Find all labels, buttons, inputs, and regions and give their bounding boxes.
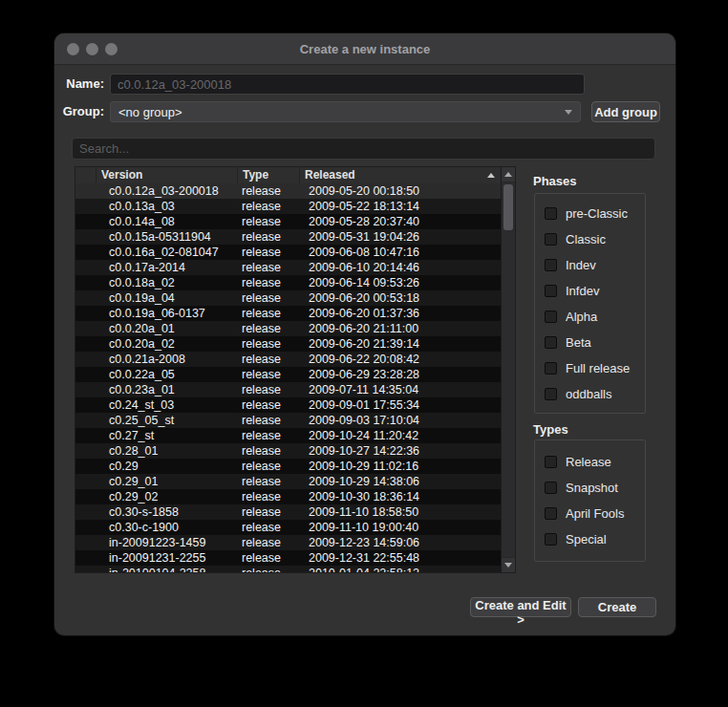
table-row[interactable]: c0.28_01release2009-10-27 14:22:36 <box>75 443 501 459</box>
checkbox-unchecked-icon[interactable] <box>545 311 557 323</box>
table-row[interactable]: c0.29_01release2009-10-29 14:38:06 <box>75 474 501 489</box>
phases-option-full-release[interactable]: Full release <box>535 355 645 381</box>
phases-option-beta[interactable]: Beta <box>535 330 645 355</box>
sort-ascending-icon <box>487 173 495 178</box>
scroll-up-button[interactable] <box>502 167 515 182</box>
create-button[interactable]: Create <box>578 597 656 617</box>
table-row[interactable]: c0.25_05_strelease2009-09-03 17:10:04 <box>75 413 501 428</box>
table-row[interactable]: c0.27_strelease2009-10-24 11:20:42 <box>75 428 501 443</box>
types-option-release[interactable]: Release <box>535 449 645 475</box>
cell-icon <box>75 382 96 397</box>
checkbox-unchecked-icon[interactable] <box>545 362 557 375</box>
table-row[interactable]: c0.0.19a_06-0137release2009-06-20 01:37:… <box>75 306 501 321</box>
close-window-button[interactable] <box>67 43 79 55</box>
table-row[interactable]: c0.0.13a_03release2009-05-22 18:13:14 <box>75 199 501 214</box>
cell-icon <box>75 566 96 572</box>
checkbox-unchecked-icon[interactable] <box>545 456 557 468</box>
phases-option-alpha[interactable]: Alpha <box>535 304 645 330</box>
checkbox-unchecked-icon[interactable] <box>545 533 557 546</box>
cell-version: c0.0.20a_01 <box>96 321 238 336</box>
titlebar[interactable]: Create a new instance <box>54 33 675 65</box>
table-row[interactable]: c0.0.15a-05311904release2009-05-31 19:04… <box>75 229 501 245</box>
cell-icon <box>75 397 96 413</box>
cell-icon <box>75 275 96 290</box>
phases-option-oddballs[interactable]: oddballs <box>535 381 645 407</box>
cell-type: release <box>238 504 300 520</box>
table-row[interactable]: c0.0.17a-2014release2009-06-10 20:14:46 <box>75 260 501 275</box>
table-body: c0.0.12a_03-200018release2009-05-20 00:1… <box>75 183 501 572</box>
types-option-april-fools[interactable]: April Fools <box>535 501 645 526</box>
table-row[interactable]: c0.0.20a_01release2009-06-20 21:11:00 <box>75 321 501 336</box>
group-select[interactable]: <no group> <box>110 101 581 122</box>
checkbox-unchecked-icon[interactable] <box>545 482 557 494</box>
add-group-button[interactable]: Add group <box>591 101 660 122</box>
types-option-special[interactable]: Special <box>535 526 645 552</box>
cell-released: 2009-09-01 17:55:34 <box>300 397 501 413</box>
table-row[interactable]: c0.0.20a_02release2009-06-20 21:39:14 <box>75 336 501 352</box>
checkbox-unchecked-icon[interactable] <box>545 207 557 220</box>
table-row[interactable]: c0.24_st_03release2009-09-01 17:55:34 <box>75 397 501 413</box>
types-option-snapshot[interactable]: Snapshot <box>535 475 645 501</box>
table-row[interactable]: c0.0.23a_01release2009-07-11 14:35:04 <box>75 382 501 397</box>
cell-type: release <box>238 290 300 306</box>
triangle-up-icon <box>504 172 512 177</box>
column-header-icon[interactable] <box>75 167 96 183</box>
table-row[interactable]: in-20091231-2255release2009-12-31 22:55:… <box>75 550 501 566</box>
cell-icon <box>75 321 96 336</box>
table-row[interactable]: c0.0.12a_03-200018release2009-05-20 00:1… <box>75 183 501 199</box>
column-header-version[interactable]: Version <box>96 167 238 183</box>
table-row[interactable]: c0.0.18a_02release2009-06-14 09:53:26 <box>75 275 501 290</box>
checkbox-unchecked-icon[interactable] <box>545 259 557 271</box>
phases-option-classic[interactable]: Classic <box>535 226 645 252</box>
traffic-lights <box>67 33 118 65</box>
scrollbar-thumb[interactable] <box>503 184 513 230</box>
table-row[interactable]: c0.30-c-1900release2009-11-10 19:00:40 <box>75 520 501 535</box>
column-header-released[interactable]: Released <box>300 167 501 183</box>
minimize-window-button[interactable] <box>86 43 98 55</box>
checkbox-unchecked-icon[interactable] <box>545 233 557 246</box>
cell-released: 2009-06-20 00:53:18 <box>300 290 501 306</box>
cell-version: c0.0.13a_03 <box>96 199 238 214</box>
cell-icon <box>75 290 96 306</box>
vertical-scrollbar[interactable] <box>501 167 515 572</box>
table-row[interactable]: c0.29release2009-10-29 11:02:16 <box>75 459 501 474</box>
checkbox-unchecked-icon[interactable] <box>545 336 557 349</box>
cell-icon <box>75 336 96 352</box>
table-row[interactable]: c0.0.19a_04release2009-06-20 00:53:18 <box>75 290 501 306</box>
phases-option-infdev[interactable]: Infdev <box>535 278 645 304</box>
cell-icon <box>75 199 96 214</box>
search-input[interactable] <box>72 138 655 160</box>
cell-type: release <box>238 367 300 382</box>
table-row[interactable]: in-20091223-1459release2009-12-23 14:59:… <box>75 535 501 550</box>
checkbox-unchecked-icon[interactable] <box>545 507 557 520</box>
instance-name-input[interactable] <box>110 74 585 95</box>
cell-version: c0.25_05_st <box>96 413 238 428</box>
column-header-type[interactable]: Type <box>238 167 300 183</box>
create-instance-dialog: Create a new instance Name: Group: <no g… <box>54 33 675 635</box>
table-row[interactable]: c0.0.22a_05release2009-06-29 23:28:28 <box>75 367 501 382</box>
table-row[interactable]: c0.0.14a_08release2009-05-28 20:37:40 <box>75 214 501 229</box>
cell-released: 2009-06-29 23:28:28 <box>300 367 501 382</box>
table-row[interactable]: c0.29_02release2009-10-30 18:36:14 <box>75 489 501 504</box>
cell-version: c0.0.20a_02 <box>96 336 238 352</box>
checkbox-unchecked-icon[interactable] <box>545 285 557 297</box>
phases-option-pre-classic[interactable]: pre-Classic <box>535 201 645 226</box>
cell-released: 2009-06-08 10:47:16 <box>300 245 501 260</box>
table-row[interactable]: c0.0.21a-2008release2009-06-22 20:08:42 <box>75 352 501 367</box>
checkbox-unchecked-icon[interactable] <box>545 388 557 400</box>
checkbox-label: Beta <box>566 335 591 350</box>
cell-version: c0.0.17a-2014 <box>96 260 238 275</box>
cell-type: release <box>238 550 300 566</box>
cell-released: 2009-10-24 11:20:42 <box>300 428 501 443</box>
scroll-down-button[interactable] <box>502 557 515 572</box>
cell-version: c0.0.15a-05311904 <box>96 229 238 245</box>
create-and-edit-button[interactable]: Create and Edit > <box>470 597 571 617</box>
zoom-window-button[interactable] <box>105 43 118 55</box>
table-row[interactable]: in-20100104-2258release2010-01-04 22:58:… <box>75 566 501 572</box>
cell-icon <box>75 260 96 275</box>
checkbox-label: Special <box>566 532 607 546</box>
cell-icon <box>75 245 96 260</box>
table-row[interactable]: c0.0.16a_02-081047release2009-06-08 10:4… <box>75 245 501 260</box>
phases-option-indev[interactable]: Indev <box>535 252 645 278</box>
table-row[interactable]: c0.30-s-1858release2009-11-10 18:58:50 <box>75 504 501 520</box>
